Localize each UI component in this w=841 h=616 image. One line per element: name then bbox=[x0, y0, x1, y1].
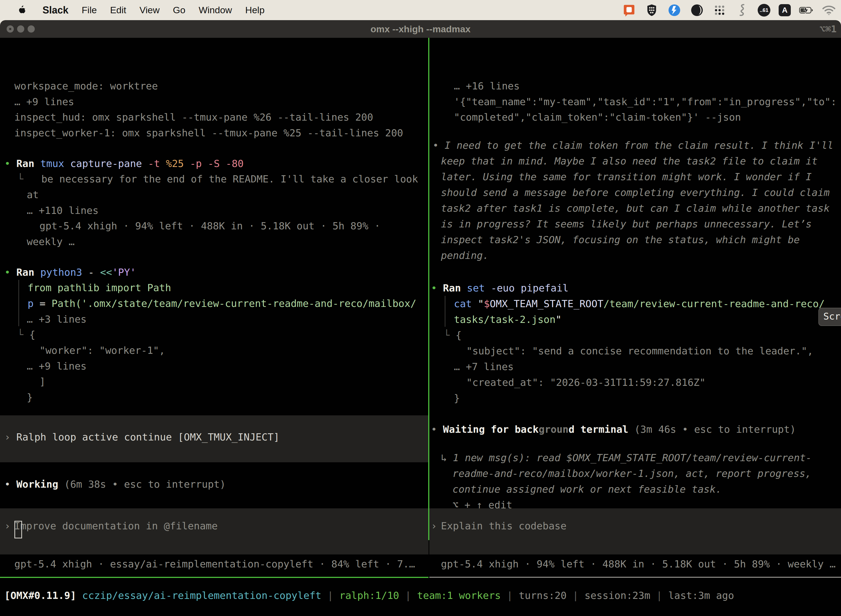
terminal-line: • I need to get the claim token from the… bbox=[433, 138, 833, 153]
shield-grid-icon[interactable] bbox=[645, 3, 659, 18]
terminal-line: › bbox=[4, 518, 10, 534]
screen-overlay-tooltip: Scre bbox=[818, 308, 841, 326]
terminal-line: at bbox=[27, 187, 39, 202]
terminal-line: readme-and-reco/mailbox/worker-1.json, a… bbox=[453, 466, 811, 481]
chat-bubble-icon[interactable] bbox=[622, 3, 636, 18]
terminal-line: p = Path('.omx/state/team/review-current… bbox=[28, 296, 416, 311]
terminal-line: inspect_hud: omx sparkshell --tmux-pane … bbox=[14, 109, 373, 125]
text-cursor[interactable] bbox=[14, 521, 22, 538]
terminal-line: • Ran set -euo pipefail bbox=[431, 280, 568, 296]
terminal-line: • Ran python3 - <<'PY' bbox=[4, 264, 136, 280]
battery-charging-icon[interactable] bbox=[799, 3, 813, 18]
terminal-line: '{"team_name":"my-team","task_id":"1","f… bbox=[454, 94, 837, 110]
menu-bar-status-icons: ..61 A bbox=[622, 0, 836, 20]
terminal-line: later. Using the same for transition mig… bbox=[441, 169, 812, 185]
terminal-line: workspace_mode: worktree bbox=[14, 78, 158, 94]
terminal-line: ] bbox=[40, 374, 45, 389]
terminal-line: Improve documentation in @filename bbox=[14, 518, 218, 534]
terminal-line: should send a message before completing … bbox=[441, 185, 830, 200]
dot61-badge[interactable]: ..61 bbox=[757, 4, 771, 16]
terminal-line: inspect task2's JSON, focusing on the st… bbox=[441, 232, 800, 248]
terminal-line: } bbox=[454, 390, 460, 406]
menu-item-help[interactable]: Help bbox=[245, 5, 265, 15]
terminal-line: "completed","claim_token":"claim-token"}… bbox=[454, 109, 741, 125]
output-guide-line bbox=[19, 280, 19, 326]
terminal-line: • Waiting for background terminal (3m 46… bbox=[431, 421, 796, 437]
terminal-line: gpt-5.4 xhigh · essay/ai-reimplementatio… bbox=[14, 556, 415, 572]
menu-item-edit[interactable]: Edit bbox=[110, 5, 126, 15]
crescent-circle-icon[interactable] bbox=[690, 3, 704, 18]
window-titlebar: omx --xhigh --madmax ⌥⌘1 bbox=[0, 20, 841, 38]
squiggle-icon[interactable] bbox=[735, 3, 749, 18]
right-pane-border bbox=[429, 577, 841, 578]
terminal-line: … +3 lines bbox=[27, 311, 86, 327]
terminal-line: gpt-5.4 xhigh · 94% left · 488K in · 5.1… bbox=[441, 556, 835, 572]
terminal-line: └ { bbox=[444, 327, 462, 343]
dots-grid-icon[interactable] bbox=[712, 3, 727, 18]
menu-item-file[interactable]: File bbox=[82, 5, 97, 15]
terminal-line: inspect_worker-1: omx sparkshell --tmux-… bbox=[14, 125, 403, 141]
pane-divider bbox=[428, 38, 429, 540]
menu-item-view[interactable]: View bbox=[139, 5, 160, 15]
terminal-line: Explain this codebase bbox=[441, 518, 567, 534]
active-app-menu[interactable]: Slack bbox=[42, 4, 69, 16]
terminal-line: ⌥ + ↑ edit bbox=[453, 497, 512, 513]
terminal-line: └ { bbox=[18, 327, 35, 343]
terminal-line: from pathlib import Path bbox=[28, 280, 171, 296]
omx-status-line: [OMX#0.11.9] cczip/essay/ai-reimplementa… bbox=[4, 588, 734, 603]
wifi-icon[interactable] bbox=[822, 3, 836, 18]
window-title: omx --xhigh --madmax bbox=[0, 20, 841, 38]
left-pane-active-border bbox=[0, 577, 428, 578]
terminal-line: is in progress? It seems likely but perh… bbox=[441, 216, 812, 232]
terminal-line: ↳ 1 new msg(s): read $OMX_TEAM_STATE_ROO… bbox=[441, 450, 812, 466]
apple-icon[interactable] bbox=[15, 3, 29, 18]
input-source-badge[interactable]: A bbox=[779, 4, 791, 16]
terminal-line: weekly … bbox=[27, 234, 75, 249]
terminal-line: gpt-5.4 xhigh · 94% left · 488K in · 5.1… bbox=[40, 218, 380, 234]
terminal-line: └ be necessary for the end of the README… bbox=[18, 171, 418, 187]
terminal-line: … +110 lines bbox=[27, 202, 98, 218]
terminal-line: pending. bbox=[441, 248, 489, 263]
terminal-line: tasks/task-2.json" bbox=[454, 312, 561, 327]
terminal-line: task2 after task1 is complete, but can I… bbox=[441, 200, 830, 216]
terminal-line: … +7 lines bbox=[454, 359, 514, 374]
terminal-line: … +9 lines bbox=[27, 358, 86, 374]
blue-lightning-badge-icon[interactable] bbox=[667, 3, 681, 18]
output-guide-line bbox=[445, 296, 445, 327]
terminal-line: … +16 lines bbox=[454, 78, 520, 94]
terminal-line: cat "$OMX_TEAM_STATE_ROOT/team/review-cu… bbox=[454, 296, 825, 312]
terminal-line: "worker": "worker-1", bbox=[40, 343, 165, 358]
terminal-line: › Ralph loop active continue [OMX_TMUX_I… bbox=[4, 429, 280, 445]
terminal-line: "created_at": "2026-03-31T11:59:27.816Z" bbox=[466, 374, 706, 390]
terminal-line: • Ran tmux capture-pane -t %25 -p -S -80 bbox=[4, 155, 244, 172]
menu-item-go[interactable]: Go bbox=[173, 5, 185, 15]
terminal-line: › bbox=[431, 518, 437, 534]
terminal-viewport: workspace_mode: worktree… +9 linesinspec… bbox=[0, 38, 841, 616]
desktop: Slack FileEditViewGoWindowHelp bbox=[0, 0, 841, 616]
menu-item-window[interactable]: Window bbox=[199, 5, 232, 15]
window-shortcut-label: ⌥⌘1 bbox=[820, 20, 837, 38]
terminal-line: "subject": "send a concise recommendatio… bbox=[466, 343, 813, 359]
terminal-line: • Working (6m 38s • esc to interrupt) bbox=[4, 476, 226, 492]
terminal-line: continue assigned work or next feasible … bbox=[453, 481, 722, 497]
menu-bar: Slack FileEditViewGoWindowHelp bbox=[0, 0, 841, 20]
terminal-line: … +9 lines bbox=[14, 94, 74, 110]
terminal-line: } bbox=[27, 389, 33, 405]
terminal-line: keep that in mind. Maybe I also need the… bbox=[441, 153, 818, 169]
